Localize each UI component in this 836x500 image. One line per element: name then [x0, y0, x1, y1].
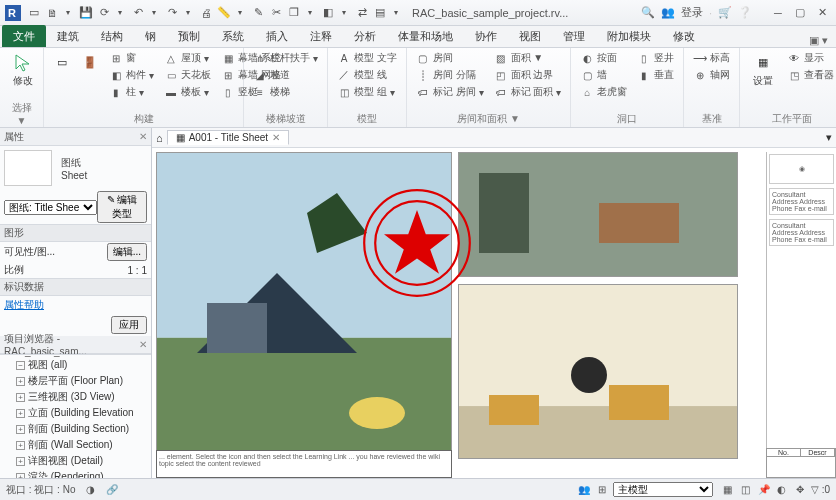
grid-button[interactable]: ⊕轴网	[690, 67, 733, 83]
model-line-button[interactable]: ／模型 线	[334, 67, 400, 83]
tab-manage[interactable]: 管理	[552, 25, 596, 47]
ramp-button[interactable]: ◢坡道	[250, 67, 321, 83]
area-bound-button[interactable]: ◰面积 边界	[491, 67, 565, 83]
tag-icon[interactable]: ✎	[250, 5, 266, 21]
tab-arch[interactable]: 建筑	[46, 25, 90, 47]
callout-icon[interactable]: ◧	[320, 5, 336, 21]
open-icon[interactable]: ▭	[26, 5, 42, 21]
window-button[interactable]: ⊞窗	[106, 50, 157, 66]
tag-area-button[interactable]: 🏷标记 面积 ▾	[491, 84, 565, 100]
vertical-button[interactable]: ▮垂直	[634, 67, 677, 83]
drawing-area[interactable]: ⌂ ▦ A001 - Title Sheet ✕ ▾ ect ◉ Consult…	[152, 128, 836, 478]
cart-icon[interactable]: 🛒	[718, 6, 732, 19]
wall-button[interactable]: ▭	[50, 50, 74, 100]
room-button[interactable]: ▢房间	[413, 50, 487, 66]
room-sep-button[interactable]: ┊房间 分隔	[413, 67, 487, 83]
tab-file[interactable]: 文件	[2, 25, 46, 47]
select-pinned-icon[interactable]: 📌	[757, 483, 771, 497]
select-underlay-icon[interactable]: ◫	[739, 483, 753, 497]
level-button[interactable]: ⟶标高	[690, 50, 733, 66]
sheet-icon[interactable]: ▤	[372, 5, 388, 21]
login-button[interactable]: 登录	[681, 5, 703, 20]
switch-icon[interactable]: ⇄	[354, 5, 370, 21]
new-icon[interactable]: 🗎	[44, 5, 60, 21]
render-viewport-2[interactable]	[458, 152, 738, 277]
close-button[interactable]: ✕	[812, 5, 832, 21]
tab-addins[interactable]: 附加模块	[596, 25, 662, 47]
measure-icon[interactable]: 📏	[216, 5, 232, 21]
visibility-edit-button[interactable]: 编辑...	[107, 243, 147, 261]
render-viewport-3[interactable]	[458, 284, 738, 459]
dormer-button[interactable]: ⌂老虎窗	[577, 84, 630, 100]
modify-button[interactable]: 修改	[6, 50, 40, 86]
view-tab[interactable]: ▦ A001 - Title Sheet ✕	[167, 130, 290, 145]
select-face-icon[interactable]: ◐	[775, 483, 789, 497]
search-icon[interactable]: 🔍	[641, 6, 655, 19]
tree-item[interactable]: +立面 (Building Elevation	[2, 405, 149, 421]
minimize-button[interactable]: ─	[768, 5, 788, 21]
tree-item[interactable]: +剖面 (Wall Section)	[2, 437, 149, 453]
close-props-icon[interactable]: ✕	[139, 131, 147, 142]
tree-item[interactable]: +楼层平面 (Floor Plan)	[2, 373, 149, 389]
tab-insert[interactable]: 插入	[255, 25, 299, 47]
model-text-button[interactable]: A模型 文字	[334, 50, 400, 66]
view-menu-icon[interactable]: ▾	[826, 131, 832, 144]
area-button[interactable]: ▨面积 ▼	[491, 50, 565, 66]
tab-systems[interactable]: 系统	[211, 25, 255, 47]
tab-collab[interactable]: 协作	[464, 25, 508, 47]
render-viewport-1[interactable]	[156, 152, 452, 462]
user-icon[interactable]: 👥	[661, 6, 675, 19]
stair-button[interactable]: ≡楼梯	[250, 84, 321, 100]
select-links-icon[interactable]: ▦	[721, 483, 735, 497]
tree-root[interactable]: −视图 (all)	[2, 357, 149, 373]
status-icon[interactable]: ◑	[83, 483, 97, 497]
redo-icon[interactable]: ↷	[164, 5, 180, 21]
model-group-button[interactable]: ◫模型 组 ▾	[334, 84, 400, 100]
tag-room-button[interactable]: 🏷标记 房间 ▾	[413, 84, 487, 100]
tree-item[interactable]: +剖面 (Building Section)	[2, 421, 149, 437]
tab-annotate[interactable]: 注释	[299, 25, 343, 47]
tab-analyze[interactable]: 分析	[343, 25, 387, 47]
tab-view[interactable]: 视图	[508, 25, 552, 47]
maximize-button[interactable]: ▢	[790, 5, 810, 21]
editable-icon[interactable]: ⊞	[595, 483, 609, 497]
tab-modify[interactable]: 修改	[662, 25, 706, 47]
component-button[interactable]: ◧构件 ▾	[106, 67, 157, 83]
roof-button[interactable]: △屋顶 ▾	[161, 50, 214, 66]
tree-item[interactable]: +三维视图 (3D View)	[2, 389, 149, 405]
save-icon[interactable]: 💾	[78, 5, 94, 21]
help-icon[interactable]: ❔	[738, 6, 752, 19]
floor-button[interactable]: ▬楼板 ▾	[161, 84, 214, 100]
3d-icon[interactable]: ❐	[286, 5, 302, 21]
tab-precast[interactable]: 预制	[167, 25, 211, 47]
sync-icon[interactable]: ⟳	[96, 5, 112, 21]
ribbon-collapse-icon[interactable]: ▣ ▾	[801, 34, 836, 47]
tab-struct[interactable]: 结构	[90, 25, 134, 47]
tree-item[interactable]: +渲染 (Rendering)	[2, 469, 149, 478]
tab-massing[interactable]: 体量和场地	[387, 25, 464, 47]
viewer-button[interactable]: ◳查看器	[784, 67, 836, 83]
section-icon[interactable]: ✂	[268, 5, 284, 21]
tab-steel[interactable]: 钢	[134, 25, 167, 47]
railing-button[interactable]: ⋔栏杆扶手 ▾	[250, 50, 321, 66]
home-icon[interactable]: ⌂	[156, 132, 163, 144]
properties-help-link[interactable]: 属性帮助	[0, 296, 151, 314]
column-button[interactable]: ▮柱 ▾	[106, 84, 157, 100]
door-button[interactable]: 🚪	[78, 50, 102, 100]
drag-icon[interactable]: ✥	[793, 483, 807, 497]
shaft-button[interactable]: ▯竖井	[634, 50, 677, 66]
byface-button[interactable]: ◐按面	[577, 50, 630, 66]
status-icon[interactable]: 🔗	[105, 483, 119, 497]
wall-opening-button[interactable]: ▢墙	[577, 67, 630, 83]
edit-type-button[interactable]: ✎ 编辑类型	[97, 191, 147, 223]
set-workplane-button[interactable]: ▦设置	[746, 50, 780, 86]
workset-icon[interactable]: 👥	[577, 483, 591, 497]
close-view-icon[interactable]: ✕	[272, 132, 280, 143]
model-selector[interactable]: 主模型	[613, 482, 713, 497]
show-workplane-button[interactable]: 👁显示	[784, 50, 836, 66]
type-selector[interactable]: 图纸: Title Shee	[4, 200, 97, 215]
close-browser-icon[interactable]: ✕	[139, 339, 147, 350]
print-icon[interactable]: 🖨	[198, 5, 214, 21]
undo-icon[interactable]: ↶	[130, 5, 146, 21]
tree-item[interactable]: +详图视图 (Detail)	[2, 453, 149, 469]
